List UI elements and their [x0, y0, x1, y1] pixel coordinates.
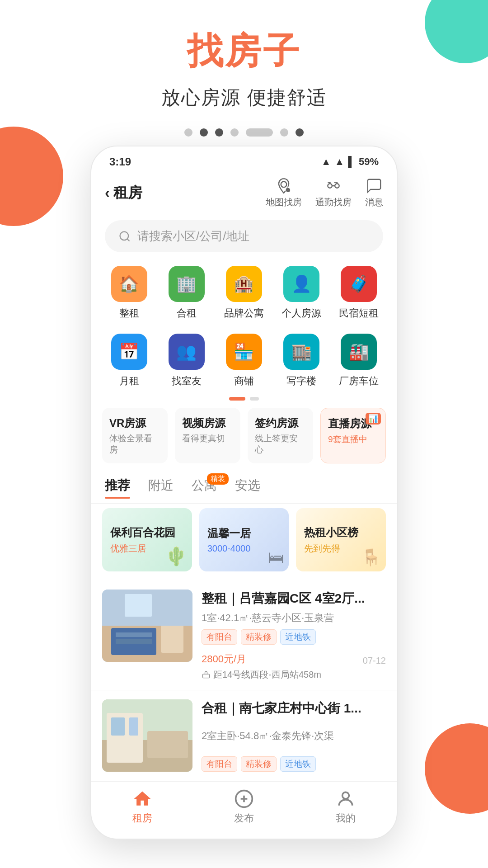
message-nav-item[interactable]: 消息 [365, 177, 383, 208]
cat-hzu-label: 合租 [177, 307, 197, 320]
promo-warm[interactable]: 温馨一居 3000-4000 🛏 [199, 508, 289, 571]
cat-monthly[interactable]: 📅 月租 [100, 329, 158, 392]
svg-rect-17 [111, 717, 125, 736]
listing-info-2: 合租｜南七家庄村中心街 1... 2室主卧·54.8㎡·金泰先锋·次渠 有阳台 … [192, 699, 386, 772]
cat-shop-icon: 🏪 [226, 334, 262, 370]
cat-minsu[interactable]: 🧳 民宿短租 [330, 261, 388, 325]
cat-minsu-label: 民宿短租 [339, 307, 379, 320]
listing-tag-decorated: 精装修 [241, 629, 277, 645]
cat-monthly-label: 月租 [119, 374, 139, 388]
tab-selected[interactable]: 安选 [235, 477, 260, 499]
bottom-nav-publish[interactable]: 发布 [193, 789, 295, 825]
listing-img-svg-1 [102, 590, 192, 662]
dot-5 [280, 128, 288, 137]
bottom-nav-publish-label: 发布 [234, 811, 254, 825]
promo-warm-title: 温馨一居 [207, 526, 281, 541]
back-icon[interactable]: ‹ [105, 184, 110, 201]
listing2-tag-2: 精装修 [241, 756, 277, 772]
tab-recommend[interactable]: 推荐 [105, 477, 130, 499]
feature-vr-desc: 体验全景看房 [109, 433, 160, 455]
promo-boli[interactable]: 保利百合花园 优雅三居 🌵 [102, 508, 192, 571]
promo-hot-decoration: 🪑 [361, 548, 381, 567]
feature-video-desc: 看得更真切 [182, 433, 233, 444]
promo-hot-title: 热租小区榜 [304, 525, 378, 540]
listing-img-svg-2 [102, 699, 192, 772]
cat-factory-icon: 🏭 [341, 334, 377, 370]
commute-nav-item[interactable]: 通勤找房 [315, 177, 352, 208]
search-icon [118, 230, 131, 243]
listing-img-placeholder-2 [102, 699, 192, 772]
bottom-nav-mine[interactable]: 我的 [295, 789, 397, 825]
listing-tags-2: 有阳台 精装修 近地铁 [202, 756, 386, 772]
feature-sign[interactable]: 签约房源 线上签更安心 [248, 408, 313, 463]
battery-percent: 59% [359, 156, 379, 168]
cat-minsu-icon: 🧳 [341, 266, 377, 302]
svg-rect-9 [116, 639, 152, 644]
promo-warm-decoration: 🛏 [268, 548, 284, 567]
live-count: 9套直播中 [328, 434, 378, 445]
cat-hzu[interactable]: 🏢 合租 [158, 261, 215, 325]
nav-right-icons: 地图找房 通勤找房 消息 [266, 177, 383, 208]
cat-brand[interactable]: 🏨 品牌公寓 [215, 261, 272, 325]
bottom-nav-rent[interactable]: 租房 [91, 789, 193, 825]
apartment-badge: 精装 [207, 473, 229, 485]
cat-zhengzu[interactable]: 🏠 整租 [100, 261, 158, 325]
cat-factory[interactable]: 🏭 厂房车位 [330, 329, 388, 392]
feature-vr[interactable]: VR房源 体验全景看房 [102, 408, 168, 463]
listing-tags-1: 有阳台 精装修 近地铁 [202, 629, 386, 645]
svg-point-3 [335, 184, 339, 188]
dot-2 [200, 128, 208, 137]
live-badge: 📊 [366, 413, 381, 425]
cat-office-label: 写字楼 [286, 374, 316, 388]
listing-price-1: 2800元/月 [202, 649, 246, 666]
search-bar[interactable]: 请搜索小区/公司/地址 [105, 220, 383, 252]
feature-live[interactable]: 📊 直播房源 9套直播中 [320, 408, 386, 463]
cat-shop[interactable]: 🏪 商铺 [215, 329, 272, 392]
commute-nav-label: 通勤找房 [315, 196, 352, 208]
metro-icon-1 [202, 670, 211, 679]
listing-detail-2: 2室主卧·54.8㎡·金泰先锋·次渠 [202, 729, 386, 743]
hero-title: 找房子 [0, 27, 488, 76]
nav-left[interactable]: ‹ 租房 [105, 183, 142, 203]
tab-nearby[interactable]: 附近 [148, 477, 174, 499]
cat-roommate[interactable]: 👥 找室友 [158, 329, 215, 392]
cat-personal[interactable]: 👤 个人房源 [273, 261, 330, 325]
listing2-tag-3: 近地铁 [280, 756, 316, 772]
cat-office[interactable]: 🏬 写字楼 [273, 329, 330, 392]
listing-title-2: 合租｜南七家庄村中心街 1... [202, 699, 386, 717]
listing-img-2 [102, 699, 192, 772]
promo-hot[interactable]: 热租小区榜 先到先得 🪑 [296, 508, 386, 571]
listing-img-placeholder-1 [102, 590, 192, 662]
cat-personal-icon: 👤 [283, 266, 319, 302]
phone-screen: 3:19 ▲ ▲ ▌ 59% ‹ 租房 [90, 146, 398, 840]
feature-row: VR房源 体验全景看房 视频房源 看得更真切 签约房源 线上签更安心 📊 直播房… [91, 408, 397, 463]
search-placeholder: 请搜索小区/公司/地址 [137, 228, 249, 244]
cat-factory-label: 厂房车位 [339, 374, 379, 388]
mine-icon [336, 789, 356, 809]
feature-video[interactable]: 视频房源 看得更真切 [175, 408, 240, 463]
bottom-nav-mine-label: 我的 [336, 811, 356, 825]
listing-card-2[interactable]: 合租｜南七家庄村中心街 1... 2室主卧·54.8㎡·金泰先锋·次渠 有阳台 … [91, 690, 397, 781]
feature-vr-title: VR房源 [109, 416, 160, 430]
svg-rect-8 [116, 632, 152, 637]
svg-point-0 [281, 182, 287, 188]
navigation-bar: ‹ 租房 地图找房 [91, 173, 397, 216]
listing-card-1[interactable]: 整租｜吕营嘉园C区 4室2厅... 1室·42.1㎡·慈云寺小区·玉泉营 有阳台… [91, 580, 397, 690]
listing-info-1: 整租｜吕营嘉园C区 4室2厅... 1室·42.1㎡·慈云寺小区·玉泉营 有阳台… [192, 590, 386, 680]
category-grid: 🏠 整租 🏢 合租 🏨 品牌公寓 👤 个人房源 🧳 民宿短租 📅 [91, 261, 397, 392]
listing-metro-1: 距14号线西段-西局站458m [202, 669, 386, 681]
promo-boli-title: 保利百合花园 [110, 525, 184, 540]
svg-rect-13 [203, 674, 210, 678]
cat-personal-label: 个人房源 [282, 307, 321, 320]
listing-detail-1: 1室·42.1㎡·慈云寺小区·玉泉营 [202, 611, 386, 625]
svg-rect-19 [147, 731, 188, 758]
tab-apartment[interactable]: 公寓 精装 [192, 477, 217, 499]
rent-home-icon [132, 789, 152, 809]
map-nav-item[interactable]: 地图找房 [266, 177, 302, 208]
bottom-nav-rent-label: 租房 [132, 811, 152, 825]
feature-sign-desc: 线上签更安心 [255, 433, 306, 455]
page-indicator [91, 397, 397, 401]
publish-icon [234, 789, 254, 809]
listing-title-1: 整租｜吕营嘉园C区 4室2厅... [202, 590, 386, 607]
listing-date-1: 07-12 [363, 656, 386, 666]
